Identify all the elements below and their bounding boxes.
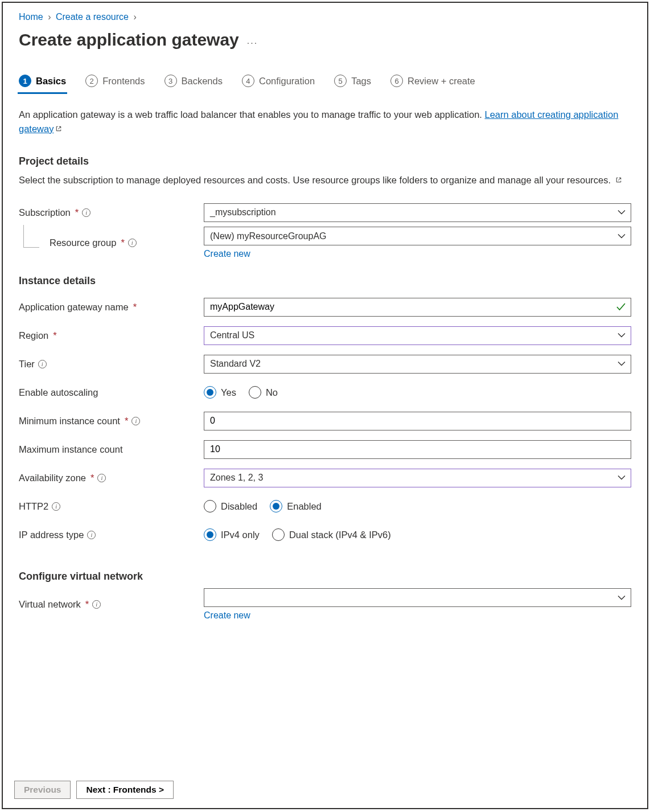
max-instances-input[interactable] xyxy=(204,440,631,459)
tab-label: Backends xyxy=(182,76,223,87)
availability-zone-label: Availability zone xyxy=(19,473,86,483)
tab-label: Review + create xyxy=(408,76,475,87)
section-instance-details: Instance details xyxy=(19,275,631,287)
tier-label: Tier xyxy=(19,359,35,370)
chevron-down-icon xyxy=(618,233,626,239)
http2-enabled-radio[interactable]: Enabled xyxy=(270,500,322,512)
subscription-select[interactable]: _mysubscription xyxy=(204,203,631,222)
chevron-down-icon xyxy=(618,595,626,600)
radio-label: Enabled xyxy=(287,501,322,512)
wizard-frame: Home › Create a resource › Create applic… xyxy=(2,2,648,809)
info-icon[interactable]: i xyxy=(92,600,101,609)
wizard-tabs: 1 Basics 2 Frontends 3 Backends 4 Config… xyxy=(19,72,631,94)
autoscaling-no-radio[interactable]: No xyxy=(249,386,278,399)
resource-group-select[interactable]: (New) myResourceGroupAG xyxy=(204,227,631,245)
http2-label: HTTP2 xyxy=(19,501,48,512)
tab-review-create[interactable]: 6 Review + create xyxy=(390,72,475,94)
app-gw-name-label: Application gateway name xyxy=(19,302,129,313)
ipv4-only-radio[interactable]: IPv4 only xyxy=(204,528,260,541)
region-select[interactable]: Central US xyxy=(204,326,631,345)
http2-disabled-radio[interactable]: Disabled xyxy=(204,500,257,512)
vnet-label: Virtual network xyxy=(19,599,81,610)
tree-branch-icon xyxy=(23,225,39,248)
chevron-down-icon xyxy=(618,475,626,481)
step-number-icon: 1 xyxy=(19,75,31,87)
radio-label: Dual stack (IPv4 & IPv6) xyxy=(289,530,391,540)
external-link-icon xyxy=(55,125,62,132)
ip-type-label: IP address type xyxy=(19,530,84,540)
create-new-rg-link[interactable]: Create new xyxy=(204,249,250,259)
tab-tags[interactable]: 5 Tags xyxy=(334,72,371,94)
info-icon[interactable]: i xyxy=(52,502,60,511)
tab-label: Frontends xyxy=(102,76,145,87)
page-title: Create application gateway xyxy=(19,30,239,50)
intro-text: An application gateway is a web traffic … xyxy=(19,108,631,136)
radio-label: IPv4 only xyxy=(221,530,260,540)
info-icon[interactable]: i xyxy=(82,208,90,217)
vnet-select[interactable] xyxy=(204,588,631,607)
info-icon[interactable]: i xyxy=(97,474,106,482)
radio-label: Yes xyxy=(221,387,236,398)
tab-backends[interactable]: 3 Backends xyxy=(164,72,223,94)
app-gw-name-input[interactable] xyxy=(204,298,631,317)
section-configure-vnet: Configure virtual network xyxy=(19,571,631,583)
chevron-down-icon xyxy=(618,362,626,367)
chevron-right-icon: › xyxy=(48,12,51,22)
subscription-label: Subscription xyxy=(19,207,71,218)
next-button[interactable]: Next : Frontends > xyxy=(76,781,174,799)
step-number-icon: 2 xyxy=(85,75,98,87)
chevron-right-icon: › xyxy=(133,12,136,22)
dual-stack-radio[interactable]: Dual stack (IPv4 & IPv6) xyxy=(272,528,391,541)
autoscaling-yes-radio[interactable]: Yes xyxy=(204,386,236,399)
min-instances-input[interactable] xyxy=(204,412,631,430)
breadcrumb-home[interactable]: Home xyxy=(19,12,43,22)
step-number-icon: 3 xyxy=(164,75,177,87)
tab-label: Configuration xyxy=(259,76,315,87)
step-number-icon: 5 xyxy=(334,75,347,87)
previous-button[interactable]: Previous xyxy=(14,781,71,799)
resource-group-label: Resource group xyxy=(50,237,116,248)
more-icon[interactable]: ··· xyxy=(247,38,258,48)
intro-body: An application gateway is a web traffic … xyxy=(19,109,484,120)
radio-label: No xyxy=(266,387,278,398)
radio-label: Disabled xyxy=(221,501,257,512)
step-number-icon: 6 xyxy=(390,75,403,87)
tier-select[interactable]: Standard V2 xyxy=(204,355,631,374)
max-instances-label: Maximum instance count xyxy=(19,444,123,455)
project-details-desc: Select the subscription to manage deploy… xyxy=(19,173,631,187)
create-new-vnet-link[interactable]: Create new xyxy=(204,610,250,621)
wizard-footer: Previous Next : Frontends > xyxy=(14,781,174,799)
section-project-details: Project details xyxy=(19,155,631,167)
info-icon[interactable]: i xyxy=(128,239,137,247)
info-icon[interactable]: i xyxy=(131,417,140,425)
breadcrumb-create-resource[interactable]: Create a resource xyxy=(56,12,129,22)
autoscaling-label: Enable autoscaling xyxy=(19,387,98,398)
step-number-icon: 4 xyxy=(242,75,254,87)
tab-basics[interactable]: 1 Basics xyxy=(19,72,66,94)
tab-configuration[interactable]: 4 Configuration xyxy=(242,72,315,94)
checkmark-icon xyxy=(616,303,626,311)
tab-label: Tags xyxy=(351,76,371,87)
chevron-down-icon xyxy=(618,210,626,215)
region-label: Region xyxy=(19,330,48,341)
availability-zone-select[interactable]: Zones 1, 2, 3 xyxy=(204,469,631,487)
info-icon[interactable]: i xyxy=(87,531,96,539)
min-instances-label: Minimum instance count xyxy=(19,416,120,426)
external-link-icon xyxy=(615,177,622,183)
tab-label: Basics xyxy=(36,76,66,87)
info-icon[interactable]: i xyxy=(38,360,47,368)
chevron-down-icon xyxy=(618,333,626,338)
tab-frontends[interactable]: 2 Frontends xyxy=(85,72,145,94)
breadcrumb: Home › Create a resource › xyxy=(19,10,631,28)
